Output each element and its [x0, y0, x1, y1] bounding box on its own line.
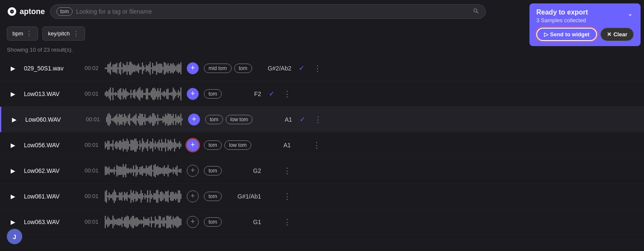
svg-rect-145 [138, 116, 139, 123]
track-tag[interactable]: tom [234, 64, 252, 73]
svg-rect-133 [123, 117, 124, 122]
track-pitch: G1 [227, 219, 261, 225]
svg-rect-137 [128, 115, 129, 124]
track-tag[interactable]: low tom [224, 140, 251, 150]
more-options-button[interactable]: ⋮ [282, 164, 293, 177]
svg-rect-181 [106, 143, 107, 147]
clear-button[interactable]: ✕ Clear [600, 28, 634, 41]
more-options-button[interactable]: ⋮ [282, 190, 293, 203]
svg-rect-81 [132, 93, 132, 95]
svg-rect-310 [118, 195, 118, 197]
svg-rect-403 [160, 216, 161, 228]
svg-rect-101 [157, 88, 158, 99]
svg-rect-84 [135, 92, 136, 96]
svg-rect-114 [174, 89, 175, 98]
svg-rect-271 [144, 168, 145, 173]
svg-rect-77 [126, 91, 127, 96]
track-tag[interactable]: tom [204, 192, 222, 201]
add-to-collection-button[interactable]: + [187, 216, 199, 228]
track-tag[interactable]: mid tom [204, 64, 232, 73]
svg-rect-409 [168, 216, 168, 228]
search-input[interactable] [76, 8, 469, 15]
add-to-collection-button[interactable]: + [187, 139, 199, 151]
svg-rect-377 [126, 215, 127, 228]
play-button[interactable]: ▶ [7, 190, 19, 202]
more-options-button[interactable]: ⋮ [282, 216, 293, 228]
svg-rect-273 [147, 167, 148, 173]
track-tag[interactable]: tom [204, 217, 222, 227]
svg-rect-34 [148, 64, 149, 73]
svg-rect-32 [146, 64, 147, 72]
waveform [105, 137, 182, 153]
svg-rect-40 [156, 61, 157, 75]
key-pitch-filter[interactable]: key/pitch ⋮ [42, 26, 85, 41]
svg-rect-93 [147, 88, 148, 99]
svg-rect-44 [161, 64, 162, 73]
track-row: ▶ Low013.WAV 00:01 + tom F2 ✓ ⋮ [0, 81, 644, 107]
add-to-collection-button[interactable]: + [187, 88, 199, 100]
svg-rect-45 [162, 66, 163, 70]
search-button[interactable] [473, 8, 479, 16]
svg-rect-176 [178, 115, 179, 124]
track-tag[interactable]: low tom [226, 115, 253, 124]
svg-rect-29 [142, 62, 143, 74]
play-button[interactable]: ▶ [7, 62, 19, 74]
add-to-collection-button[interactable]: + [187, 190, 199, 202]
svg-rect-417 [178, 216, 179, 227]
svg-rect-74 [123, 88, 124, 99]
svg-rect-298 [179, 169, 180, 172]
track-tag[interactable]: tom [205, 115, 223, 124]
svg-rect-240 [105, 166, 106, 175]
search-tag[interactable]: tom [56, 7, 73, 16]
svg-rect-61 [106, 90, 107, 97]
svg-rect-313 [121, 192, 122, 201]
export-panel-collapse[interactable]: ⌄ [626, 9, 634, 18]
track-tag[interactable]: tom [204, 166, 222, 175]
svg-rect-258 [128, 168, 129, 174]
add-to-collection-button[interactable]: + [187, 62, 199, 74]
svg-rect-371 [119, 218, 120, 226]
svg-rect-100 [156, 91, 157, 97]
svg-rect-253 [121, 166, 122, 174]
svg-rect-345 [162, 192, 163, 200]
svg-rect-361 [106, 219, 107, 225]
svg-rect-411 [170, 215, 171, 228]
svg-rect-126 [114, 117, 115, 122]
more-options-button[interactable]: ⋮ [312, 62, 323, 75]
track-row: ▶ 029_50S1.wav 00:02 + mid tomtom G#2/Ab… [0, 55, 644, 81]
svg-rect-388 [141, 219, 141, 225]
track-tag[interactable]: tom [204, 89, 222, 99]
svg-rect-369 [116, 219, 117, 225]
add-to-collection-button[interactable]: + [187, 165, 199, 177]
svg-rect-315 [124, 192, 125, 201]
svg-rect-384 [135, 217, 136, 227]
play-button[interactable]: ▶ [8, 114, 20, 125]
svg-rect-89 [142, 90, 143, 98]
svg-rect-125 [112, 118, 113, 121]
svg-rect-158 [155, 115, 156, 124]
svg-rect-312 [120, 193, 121, 200]
play-button[interactable]: ▶ [7, 165, 19, 177]
play-button[interactable]: ▶ [7, 88, 19, 100]
svg-rect-245 [111, 169, 112, 172]
svg-rect-143 [135, 114, 136, 125]
logo-text: aptone [20, 7, 45, 16]
send-to-widget-button[interactable]: ▷ Send to widget [536, 28, 597, 41]
more-options-button[interactable]: ⋮ [312, 113, 323, 126]
svg-rect-19 [129, 61, 130, 75]
more-options-button[interactable]: ⋮ [282, 88, 293, 100]
bpm-filter[interactable]: bpm ⋮ [7, 26, 38, 41]
svg-rect-209 [142, 138, 143, 152]
svg-rect-236 [176, 143, 177, 147]
svg-rect-119 [180, 87, 181, 100]
svg-rect-351 [170, 192, 171, 201]
play-button[interactable]: ▶ [7, 216, 19, 228]
play-button[interactable]: ▶ [7, 139, 19, 151]
add-to-collection-button[interactable]: + [188, 114, 200, 125]
track-tag[interactable]: tom [204, 140, 222, 150]
svg-rect-180 [105, 141, 106, 149]
svg-rect-131 [120, 114, 121, 124]
more-options-button[interactable]: ⋮ [311, 139, 322, 152]
checkmark-icon: ✓ [297, 64, 307, 72]
avatar[interactable]: J [7, 229, 22, 244]
